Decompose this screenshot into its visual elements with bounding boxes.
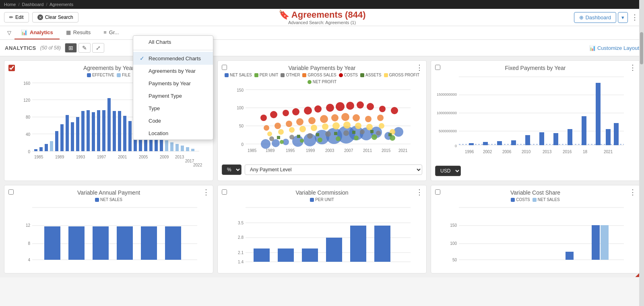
variable-cost-share-legend: COSTS NET SALES — [435, 197, 636, 202]
svg-rect-37 — [175, 144, 179, 151]
variable-commission-checkbox[interactable] — [222, 189, 227, 195]
filter-icon[interactable]: ▽ — [4, 27, 14, 39]
svg-text:2.1: 2.1 — [238, 251, 244, 255]
svg-rect-38 — [181, 146, 184, 151]
svg-point-83 — [379, 106, 386, 112]
fixed-payments-checkbox[interactable] — [435, 65, 440, 70]
page-title-area: 🔖 Agreements (844) Advanced Search: Agre… — [279, 10, 366, 25]
tab-groupings[interactable]: ≡ Gr... — [97, 26, 125, 39]
svg-text:100: 100 — [450, 241, 457, 246]
dashboard-dropdown-button[interactable]: ▾ — [618, 12, 628, 23]
variable-cost-share-checkbox[interactable] — [435, 189, 440, 195]
tab-results[interactable]: ▦ Results — [60, 26, 97, 39]
svg-point-113 — [360, 129, 365, 134]
customize-layout-link[interactable]: 📊 Customize Layout — [589, 45, 639, 51]
svg-rect-24 — [107, 98, 111, 151]
variable-cost-share-menu-button[interactable]: ⋮ — [629, 189, 636, 196]
svg-text:8: 8 — [28, 241, 30, 246]
dropdown-payments-by-year[interactable]: Payments by Year — [133, 77, 213, 90]
agreements-by-year-checkbox[interactable] — [8, 65, 15, 71]
svg-point-94 — [365, 116, 372, 122]
svg-rect-11 — [39, 147, 43, 151]
svg-rect-176 — [68, 226, 85, 260]
variable-payments-checkbox[interactable] — [222, 65, 227, 70]
dropdown-agreements-by-year[interactable]: Agreements by Year — [133, 65, 213, 77]
svg-point-99 — [299, 126, 306, 132]
svg-text:50: 50 — [452, 258, 457, 262]
variable-cost-share-card: ⋮ Variable Cost Share COSTS NET SALES 50… — [431, 185, 640, 273]
svg-text:2022: 2022 — [193, 163, 202, 167]
currency-select[interactable]: USD EUR GBP — [435, 166, 461, 176]
svg-text:0: 0 — [28, 150, 30, 154]
dropdown-all-charts[interactable]: All Charts — [133, 36, 213, 48]
dropdown-location[interactable]: Location — [133, 127, 213, 140]
svg-text:1985: 1985 — [34, 155, 43, 159]
dropdown-code[interactable]: Code — [133, 115, 213, 127]
svg-point-100 — [311, 125, 317, 131]
svg-rect-35 — [165, 140, 168, 151]
svg-rect-27 — [123, 116, 126, 151]
variable-payments-menu-button[interactable]: ⋮ — [416, 64, 423, 71]
bar-chart-icon: 📊 — [589, 45, 596, 51]
svg-text:1985: 1985 — [248, 148, 257, 153]
svg-point-79 — [336, 102, 345, 111]
clear-search-button[interactable]: ✕ Clear Search — [32, 12, 78, 23]
variable-commission-menu-button[interactable]: ⋮ — [416, 189, 423, 196]
svg-rect-192 — [302, 248, 318, 262]
dropdown-type[interactable]: Type — [133, 102, 213, 115]
svg-point-101 — [322, 123, 328, 130]
tab-analytics[interactable]: 📊 Analytics — [14, 26, 60, 39]
svg-rect-154 — [568, 129, 572, 145]
right-controls: ⊕ Dashboard ▾ ⋮ — [574, 11, 640, 23]
dropdown-payment-type[interactable]: Payment Type — [133, 90, 213, 102]
svg-point-78 — [326, 104, 334, 112]
scrollbar[interactable] — [639, 0, 644, 277]
svg-point-118 — [336, 136, 341, 141]
action-kebab-button[interactable]: ⋮ — [630, 11, 640, 23]
breadcrumb-agreements[interactable]: Agreements — [50, 2, 73, 7]
svg-rect-125 — [334, 132, 337, 135]
svg-rect-122 — [277, 136, 280, 139]
svg-point-117 — [318, 138, 322, 142]
scrollbar-thumb[interactable] — [640, 32, 643, 64]
list-view-button[interactable]: ✎ — [78, 43, 91, 53]
svg-text:1996: 1996 — [465, 150, 474, 154]
dashboard-button[interactable]: ⊕ Dashboard — [574, 12, 616, 23]
breadcrumb-home[interactable]: Home — [4, 2, 16, 7]
svg-rect-10 — [34, 149, 37, 151]
breadcrumb-dashboard[interactable]: Dashboard — [22, 2, 44, 7]
chart-type-dropdown: All Charts ✓ Recommended Charts Agreemen… — [133, 35, 213, 140]
svg-text:1993: 1993 — [76, 155, 85, 159]
svg-point-97 — [278, 129, 284, 135]
svg-text:2015: 2015 — [382, 148, 391, 153]
tabs-bar: ▽ 📊 Analytics ▦ Results ≡ Gr... — [0, 26, 644, 40]
payment-level-select[interactable]: Any Payment Level Top Level Only Sub-Lev… — [245, 164, 422, 175]
svg-rect-26 — [118, 111, 121, 151]
svg-rect-179 — [141, 226, 157, 260]
svg-rect-205 — [566, 252, 574, 260]
svg-point-80 — [346, 102, 354, 110]
dropdown-recommended[interactable]: ✓ Recommended Charts — [133, 52, 213, 65]
svg-text:120: 120 — [23, 98, 30, 103]
svg-rect-28 — [128, 121, 132, 151]
variable-annual-checkbox[interactable] — [8, 189, 14, 195]
edit-button[interactable]: ✏ Edit — [4, 12, 29, 23]
svg-point-89 — [308, 117, 316, 124]
svg-rect-127 — [370, 130, 374, 133]
svg-rect-25 — [113, 111, 116, 151]
fixed-payments-menu-button[interactable]: ⋮ — [629, 64, 636, 71]
analytics-header: ANALYTICS (50 of 58) ⊞ ✎ ⤢ 📊 Customize L… — [0, 40, 644, 56]
svg-point-109 — [289, 135, 294, 140]
grid-view-button[interactable]: ⊞ — [65, 43, 77, 53]
svg-rect-157 — [606, 129, 611, 145]
svg-text:2021: 2021 — [398, 148, 408, 153]
svg-rect-36 — [170, 142, 173, 151]
svg-text:2003: 2003 — [325, 148, 334, 153]
svg-text:1000000000: 1000000000 — [437, 111, 457, 115]
svg-rect-152 — [539, 132, 544, 145]
variable-annual-menu-button[interactable]: ⋮ — [202, 189, 210, 196]
expand-view-button[interactable]: ⤢ — [92, 43, 104, 53]
svg-text:3.5: 3.5 — [238, 221, 244, 225]
percent-select[interactable]: % $ — [222, 164, 242, 175]
svg-rect-126 — [352, 131, 355, 134]
